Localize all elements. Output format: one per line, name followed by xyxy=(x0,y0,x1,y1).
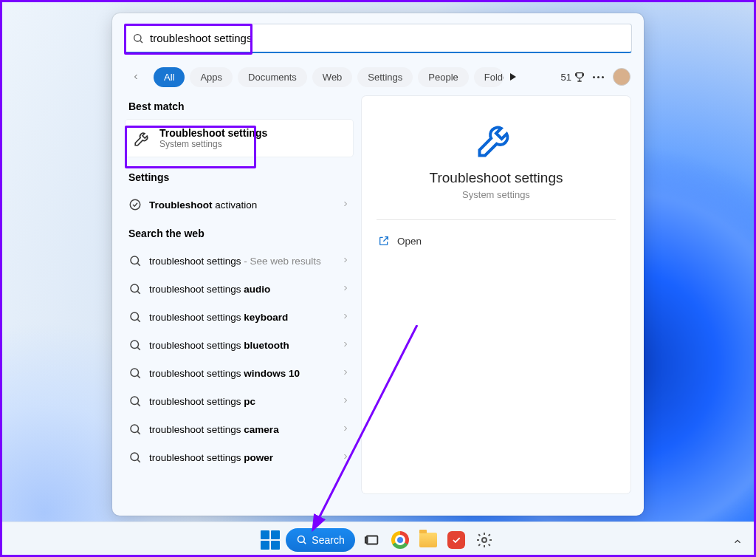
preview-title: Troubleshoot settings xyxy=(377,170,616,186)
taskbar-app-todoist[interactable] xyxy=(445,529,467,551)
svg-point-17 xyxy=(131,453,139,461)
filter-tabs-row: All Apps Documents Web Settings People F… xyxy=(112,59,644,96)
svg-line-4 xyxy=(137,263,140,265)
open-action[interactable]: Open xyxy=(377,232,616,250)
open-label: Open xyxy=(397,236,422,247)
svg-line-16 xyxy=(137,431,140,434)
chevron-right-icon xyxy=(341,310,350,324)
more-menu[interactable] xyxy=(593,76,604,78)
web-result-text: troubleshoot settings camera xyxy=(149,424,279,435)
svg-point-2 xyxy=(130,199,140,210)
search-icon xyxy=(132,33,144,44)
svg-point-15 xyxy=(131,425,139,433)
settings-result-0[interactable]: Troubleshoot activation xyxy=(126,191,353,219)
web-result-text: troubleshoot settings windows 10 xyxy=(149,368,300,379)
web-result-text: troubleshoot settings bluetooth xyxy=(149,340,289,351)
wrench-icon-large xyxy=(474,117,518,161)
search-icon xyxy=(128,394,142,408)
svg-point-5 xyxy=(131,284,139,293)
svg-line-18 xyxy=(137,459,140,462)
web-result-text: troubleshoot settings - See web results xyxy=(149,256,321,267)
tab-folders[interactable]: Folders xyxy=(474,67,504,87)
settings-result-text: Troubleshoot activation xyxy=(149,199,257,211)
tab-web[interactable]: Web xyxy=(312,67,353,87)
tab-people[interactable]: People xyxy=(418,67,468,87)
search-bar[interactable] xyxy=(124,24,632,53)
search-icon xyxy=(128,366,142,380)
svg-line-8 xyxy=(137,319,140,321)
back-button[interactable] xyxy=(126,66,146,87)
tab-apps[interactable]: Apps xyxy=(190,67,233,87)
taskbar-app-settings[interactable] xyxy=(473,529,495,551)
tab-all[interactable]: All xyxy=(154,67,185,87)
user-avatar[interactable] xyxy=(613,68,630,86)
search-icon xyxy=(128,310,142,324)
search-icon xyxy=(128,338,142,352)
web-result-text: troubleshoot settings keyboard xyxy=(149,312,288,323)
wrench-icon xyxy=(133,129,152,148)
web-result-1[interactable]: troubleshoot settings audio xyxy=(126,275,353,303)
best-match-item[interactable]: Troubleshoot settings System settings xyxy=(126,120,353,157)
svg-line-14 xyxy=(137,403,140,406)
chevron-right-icon xyxy=(341,198,350,211)
search-icon xyxy=(128,423,142,436)
section-settings: Settings xyxy=(126,167,353,191)
web-result-text: troubleshoot settings pc xyxy=(149,396,255,407)
svg-line-19 xyxy=(314,325,417,528)
tabs-overflow-caret[interactable] xyxy=(510,73,516,81)
svg-line-6 xyxy=(137,291,140,293)
preview-subtitle: System settings xyxy=(377,189,616,200)
svg-line-12 xyxy=(137,375,140,377)
search-icon xyxy=(128,254,142,267)
svg-point-20 xyxy=(298,536,305,543)
best-match-subtitle: System settings xyxy=(159,139,267,149)
section-best-match: Best match xyxy=(126,96,353,120)
tray-overflow-caret[interactable] xyxy=(732,536,743,547)
svg-point-0 xyxy=(134,34,141,41)
svg-point-24 xyxy=(482,538,487,542)
rewards-count: 51 xyxy=(561,72,571,83)
svg-line-1 xyxy=(140,41,142,43)
chevron-right-icon xyxy=(341,282,350,295)
web-result-text: troubleshoot settings power xyxy=(149,452,273,463)
svg-line-21 xyxy=(304,541,306,544)
svg-point-9 xyxy=(131,341,139,349)
divider xyxy=(377,219,616,220)
web-result-0[interactable]: troubleshoot settings - See web results xyxy=(126,247,353,275)
trophy-icon xyxy=(574,71,585,83)
search-icon xyxy=(128,282,142,295)
best-match-title: Troubleshoot settings xyxy=(159,127,267,139)
web-result-text: troubleshoot settings audio xyxy=(149,284,270,295)
chevron-right-icon xyxy=(341,254,350,267)
rewards-points[interactable]: 51 xyxy=(561,71,585,83)
annotation-arrow xyxy=(306,325,425,539)
tab-documents[interactable]: Documents xyxy=(238,67,307,87)
checkmark-circle-icon xyxy=(128,198,142,211)
svg-point-11 xyxy=(131,369,139,377)
svg-line-10 xyxy=(137,347,140,349)
svg-point-7 xyxy=(131,312,139,321)
search-icon xyxy=(128,451,142,464)
search-input[interactable] xyxy=(150,32,624,44)
svg-point-3 xyxy=(131,256,139,264)
start-button[interactable] xyxy=(261,530,280,550)
svg-point-13 xyxy=(131,397,139,405)
section-search-web: Search the web xyxy=(126,223,353,247)
open-link-icon xyxy=(378,235,390,247)
tab-settings[interactable]: Settings xyxy=(357,67,413,87)
